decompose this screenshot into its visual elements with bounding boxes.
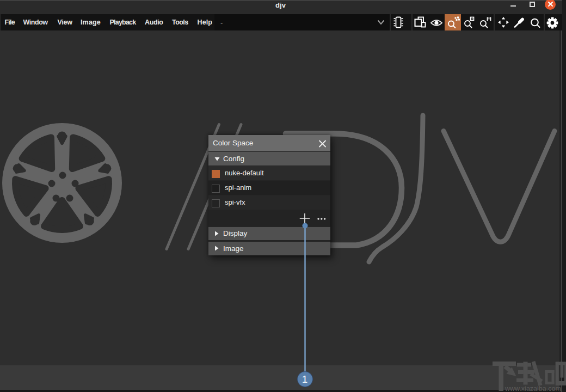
- svg-text:www.xiazaiba.com: www.xiazaiba.com: [505, 385, 561, 392]
